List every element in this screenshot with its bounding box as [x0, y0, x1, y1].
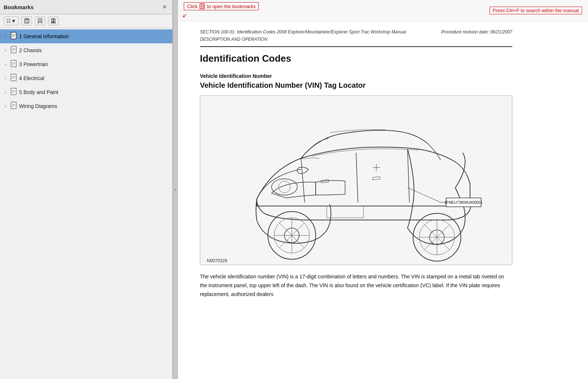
svg-rect-4: [26, 18, 28, 19]
hint-open-text: Click: [187, 4, 197, 9]
sidebar-item-item-1[interactable]: › 1 General Information: [0, 29, 172, 43]
doc-section-line1: SECTION 100-01: Identification Codes 200…: [200, 29, 406, 35]
fig-caption: N0070328: [203, 257, 231, 265]
svg-line-53: [408, 188, 441, 202]
chevron-icon: ›: [3, 48, 8, 53]
bookmark-label: 1 General Information: [19, 33, 69, 39]
svg-rect-32: [200, 4, 201, 9]
main-content: Click to open the bookmarks ↙ Press Ctrl…: [178, 0, 588, 379]
doc-sub-heading2: Vehicle Identification Number (VIN) Tag …: [200, 81, 512, 90]
hint-left-wrapper: Click to open the bookmarks ↙: [184, 2, 259, 19]
hint-open-bookmarks: Click to open the bookmarks: [184, 2, 259, 10]
doc-body-text: The vehicle identification number (VIN) …: [200, 272, 512, 299]
chevron-icon: ›: [3, 76, 8, 80]
sidebar-header: Bookmarks ×: [0, 0, 172, 14]
chevron-icon: ›: [3, 62, 8, 66]
expand-all-button[interactable]: ☷▼: [4, 17, 19, 25]
sidebar-item-item-4[interactable]: › 4 Electrical: [0, 71, 172, 85]
svg-rect-0: [25, 19, 29, 23]
collapse-handle[interactable]: ‹: [173, 0, 178, 379]
bookmark-doc-icon: [10, 32, 17, 41]
bookmark-doc-icon: [10, 60, 17, 69]
vin-diagram: 1FMEU73808UA00001 N0070328: [200, 95, 512, 265]
chevron-icon: ›: [3, 104, 8, 108]
sidebar-close-button[interactable]: ×: [160, 3, 169, 11]
svg-text:1FMEU73808UA00001: 1FMEU73808UA00001: [444, 201, 483, 205]
add-bookmark-button[interactable]: [35, 17, 45, 25]
hint-arrow-icon: ↙: [182, 12, 259, 19]
doc-section-line2: DESCRIPTION AND OPERATION: [200, 36, 406, 43]
bookmark-doc-icon: [10, 102, 17, 111]
bookmark-doc-icon: [10, 74, 17, 83]
svg-point-36: [272, 179, 297, 195]
bookmarks-panel-icon: [200, 3, 205, 9]
sidebar-toolbar: ☷▼: [0, 14, 172, 28]
bookmark-list-button[interactable]: [48, 17, 58, 25]
bookmark-label: 3 Powertrain: [19, 61, 48, 67]
chevron-icon: ›: [3, 34, 8, 39]
doc-procedure-date: Procedure revision date: 06/21/2007: [441, 29, 512, 35]
doc-content: SECTION 100-01: Identification Codes 200…: [178, 21, 527, 313]
bookmark-label: Wiring Diagrams: [19, 103, 57, 109]
chevron-icon: ›: [3, 90, 8, 94]
sidebar-item-item-6[interactable]: › Wiring Diagrams: [0, 99, 172, 113]
doc-sub-heading1: Vehicle Identification Number: [200, 73, 512, 79]
bookmark-doc-icon: [10, 88, 17, 97]
bookmark-label: 5 Body and Paint: [19, 89, 58, 95]
bookmark-label: 2 Chassis: [19, 47, 42, 53]
hint-search: Press Ctrl+F to search within the manual: [490, 7, 582, 14]
bookmark-doc-icon: [10, 46, 17, 55]
doc-main-title: Identification Codes: [200, 53, 512, 64]
hint-open-text2: to open the bookmarks: [207, 4, 255, 9]
doc-divider: [200, 46, 512, 47]
sidebar-item-item-3[interactable]: › 3 Powertrain: [0, 57, 172, 71]
sidebar: Bookmarks × ☷▼ ›: [0, 0, 173, 379]
sidebar-title: Bookmarks: [4, 4, 34, 10]
sidebar-item-item-2[interactable]: › 2 Chassis: [0, 43, 172, 57]
bookmark-label: 4 Electrical: [19, 75, 44, 81]
bookmark-list: › 1 General Information› 2 Chassis› 3 Po…: [0, 28, 172, 379]
sidebar-item-item-5[interactable]: › 5 Body and Paint: [0, 85, 172, 99]
collapse-arrow-icon: ‹: [175, 187, 176, 192]
top-hints: Click to open the bookmarks ↙ Press Ctrl…: [178, 0, 588, 21]
delete-bookmark-button[interactable]: [22, 17, 32, 25]
svg-rect-38: [327, 206, 363, 218]
